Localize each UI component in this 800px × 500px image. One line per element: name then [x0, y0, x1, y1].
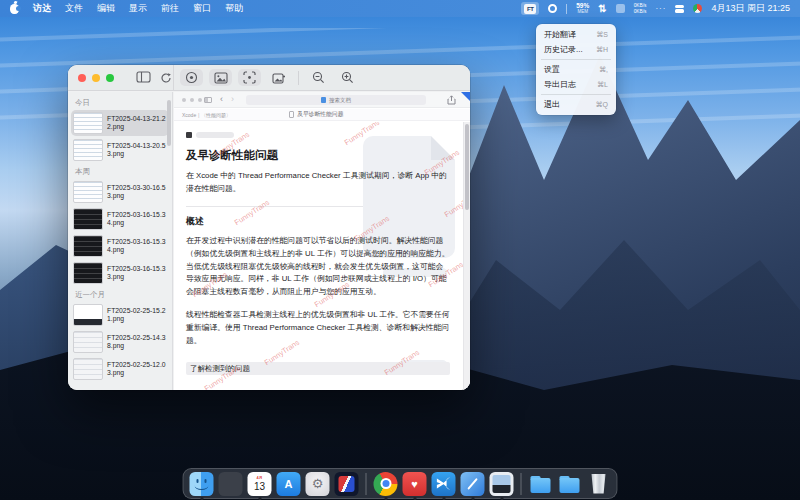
- menu-item-export-log[interactable]: 导出日志⌘L: [536, 77, 616, 92]
- list-item[interactable]: FT2025-04-13-20.53.png: [71, 137, 169, 163]
- colored-ball-status-icon[interactable]: [693, 4, 702, 13]
- memory-usage-indicator[interactable]: 59% MEM: [576, 3, 589, 14]
- red-app-icon: ♥: [403, 472, 427, 496]
- window-titlebar[interactable]: [68, 65, 470, 91]
- list-item[interactable]: FT2025-04-13-21.22.png: [71, 110, 169, 136]
- ring-status-icon[interactable]: [548, 4, 557, 13]
- page-title: 及早诊断性能问题: [186, 148, 451, 163]
- section-title-this-week: 本周: [75, 167, 169, 177]
- file-thumbnail: [73, 112, 103, 134]
- file-thumbnail: [73, 139, 103, 161]
- dock-ft-translator-app[interactable]: [335, 472, 359, 496]
- content-scrollbar[interactable]: [463, 122, 470, 390]
- menu-item-history[interactable]: 历史记录...⌘H: [536, 42, 616, 57]
- dock-system-settings[interactable]: ⚙: [306, 472, 330, 496]
- doc-paragraph-2: 线程性能检查器工具检测主线程上的优先级倒置和非 UL 工作。它不需要任何重新编译…: [186, 309, 451, 347]
- preview-content-area: ‹ › 搜索文档 Xcode｜〈性能问题〉 及早诊断性能问题: [174, 92, 470, 390]
- menubar-clock[interactable]: 4月13日 周日 21:25: [711, 2, 790, 15]
- more-status-icon[interactable]: ···: [655, 4, 666, 13]
- dock-folder-downloads[interactable]: [529, 472, 553, 496]
- apple-menu-icon[interactable]: [10, 4, 19, 14]
- dock-chrome[interactable]: [374, 472, 398, 496]
- close-button[interactable]: [78, 74, 86, 82]
- menu-view[interactable]: 显示: [129, 2, 147, 15]
- doc-paragraph-1: 在开发过程中识别潜在的性能问题可以节省以后的测试时间。解决性能问题（例如优先级倒…: [186, 235, 451, 298]
- list-item[interactable]: FT2025-03-16-15.34.png: [71, 206, 169, 232]
- zoom-out-button[interactable]: [307, 69, 330, 86]
- dock-annotation-app[interactable]: [461, 472, 485, 496]
- dock-trash[interactable]: [587, 472, 611, 496]
- embedded-sidebar-icon: [204, 97, 212, 103]
- dock-finder[interactable]: [190, 472, 214, 496]
- menu-help[interactable]: 帮助: [225, 2, 243, 15]
- network-speed-indicator[interactable]: 0KB/s 0KB/s: [634, 3, 647, 14]
- refresh-icon[interactable]: [160, 72, 172, 84]
- dock-red-app[interactable]: ♥: [403, 472, 427, 496]
- dock-vscode[interactable]: [432, 472, 456, 496]
- menu-edit[interactable]: 编辑: [97, 2, 115, 15]
- menu-item-quit[interactable]: 退出⌘Q: [536, 97, 616, 112]
- zoom-button[interactable]: [106, 74, 114, 82]
- list-item[interactable]: FT2025-03-16-15.33.png: [71, 260, 169, 286]
- menu-divider: [541, 94, 611, 95]
- list-item[interactable]: FT2025-03-30-16.53.png: [71, 179, 169, 205]
- screenshot-viewer-window: 今日 FT2025-04-13-21.22.png FT2025-04-13-2…: [68, 65, 470, 390]
- dock-app-store[interactable]: A: [277, 472, 301, 496]
- capture-area-tool-button[interactable]: [238, 69, 261, 86]
- file-list-sidebar[interactable]: 今日 FT2025-04-13-21.22.png FT2025-04-13-2…: [68, 92, 173, 390]
- file-thumbnail: [73, 331, 103, 353]
- inactive-status-icon[interactable]: [616, 4, 625, 13]
- updown-arrows-icon[interactable]: ⇅: [598, 4, 606, 14]
- chrome-icon: [374, 472, 398, 496]
- stacked-windows-icon[interactable]: [675, 5, 684, 13]
- trash-icon: [587, 472, 611, 496]
- ft-translator-menubar-icon[interactable]: FT: [521, 2, 539, 15]
- embedded-breadcrumb-row: Xcode｜〈性能问题〉 及早诊断性能问题: [174, 109, 470, 121]
- menu-go[interactable]: 前往: [161, 2, 179, 15]
- list-item[interactable]: FT2025-02-25-12.03.png: [71, 356, 169, 382]
- desktop: 访达 文件 编辑 显示 前往 窗口 帮助 FT 59% MEM ⇅ 0KB/s …: [0, 0, 800, 500]
- settings-gear-icon: ⚙: [306, 472, 330, 496]
- doc-tag-icon: [186, 132, 192, 138]
- ft-translator-dropdown-menu: 开始翻译⌘S 历史记录...⌘H 设置⌘, 导出日志⌘L 退出⌘Q: [536, 24, 616, 115]
- export-image-button[interactable]: [267, 69, 290, 86]
- calendar-icon: 4月 13: [248, 472, 272, 496]
- doc-icon: [289, 111, 294, 118]
- minimize-button[interactable]: [92, 74, 100, 82]
- screenshot-app-icon: [490, 472, 514, 496]
- file-thumbnail: [73, 262, 103, 284]
- dock: 4月 13 A ⚙ ♥: [183, 468, 618, 499]
- translate-tool-button[interactable]: [180, 69, 203, 86]
- embedded-back-icon: ‹: [220, 94, 223, 104]
- scrollbar-handle[interactable]: [465, 124, 469, 210]
- section-title-last-month: 近一个月: [75, 290, 169, 300]
- sidebar-toggle-icon[interactable]: [136, 71, 151, 83]
- list-item[interactable]: FT2025-02-25-15.21.png: [71, 302, 169, 328]
- file-thumbnail: [73, 358, 103, 380]
- doc-glyph-icon: [321, 97, 326, 103]
- image-tool-button[interactable]: [209, 69, 232, 86]
- dock-folder-documents[interactable]: [558, 472, 582, 496]
- finder-icon: [190, 472, 214, 496]
- doc-tag-pill: [196, 132, 234, 138]
- menu-file[interactable]: 文件: [65, 2, 83, 15]
- sidebar-scrollbar[interactable]: [167, 100, 171, 146]
- breadcrumb: Xcode｜〈性能问题〉: [182, 112, 231, 118]
- ft-app-icon: [335, 472, 359, 496]
- menubar-separator: [566, 4, 567, 14]
- list-item[interactable]: FT2025-03-16-15.34.png: [71, 233, 169, 259]
- zoom-in-button[interactable]: [336, 69, 359, 86]
- list-item[interactable]: FT2025-02-25-14.38.png: [71, 329, 169, 355]
- app-store-icon: A: [277, 472, 301, 496]
- dock-screenshot-app[interactable]: [490, 472, 514, 496]
- menu-item-start-translate[interactable]: 开始翻译⌘S: [536, 27, 616, 42]
- menu-window[interactable]: 窗口: [193, 2, 211, 15]
- menu-finder[interactable]: 访达: [33, 2, 51, 15]
- file-thumbnail: [73, 181, 103, 203]
- menu-item-settings[interactable]: 设置⌘,: [536, 62, 616, 77]
- dock-calendar[interactable]: 4月 13: [248, 472, 272, 496]
- dock-launchpad[interactable]: [219, 472, 243, 496]
- dock-divider: [366, 473, 367, 495]
- understand-issues-link[interactable]: 了解检测到的问题: [186, 362, 450, 375]
- embedded-search-field: 搜索文档: [246, 95, 426, 105]
